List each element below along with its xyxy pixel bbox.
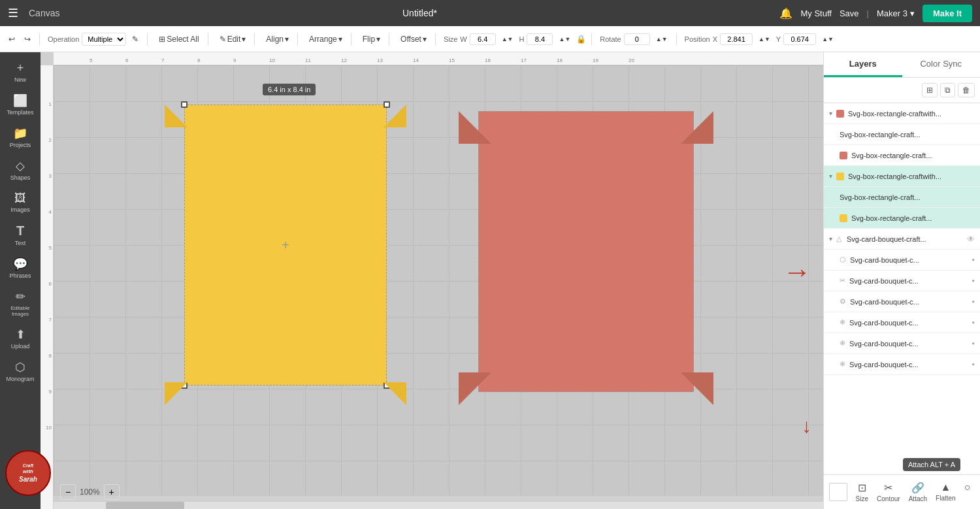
phrases-icon: 💬: [13, 257, 27, 271]
header: ☰ Canvas Untitled* 🔔 My Stuff Save | Mak…: [0, 0, 980, 26]
crosshair-icon: +: [282, 238, 289, 253]
size-button[interactable]: ⊡ Size: [852, 479, 872, 505]
layer-item[interactable]: ❄ Svg-card-bouquet-c... ●: [824, 354, 980, 375]
layer-item[interactable]: ✂ Svg-card-bouquet-c... ●: [824, 271, 980, 291]
monogram-icon: ⬡: [15, 360, 25, 374]
operation-icon-button[interactable]: ✎: [129, 33, 142, 46]
attach-button[interactable]: 🔗 Attach: [905, 479, 931, 505]
y-stepper[interactable]: ▲▼: [819, 34, 837, 44]
width-input[interactable]: [470, 33, 496, 45]
editable-images-icon: ✏: [16, 289, 25, 304]
lock-aspect-icon[interactable]: 🔒: [576, 35, 586, 44]
make-it-button[interactable]: Make It: [923, 5, 972, 22]
right-panel-tabs: Layers Color Sync: [824, 52, 980, 78]
width-stepper[interactable]: ▲▼: [498, 34, 517, 44]
save-link[interactable]: Save: [840, 8, 859, 18]
undo-button[interactable]: ↩: [5, 33, 18, 46]
arrange-group: Arrange ▾: [306, 33, 351, 46]
layer-chevron-icon[interactable]: ▾: [829, 172, 832, 180]
delete-button[interactable]: 🗑: [958, 83, 975, 97]
layer-item[interactable]: ❄ Svg-card-bouquet-c... ●: [824, 333, 980, 354]
horizontal-scrollbar[interactable]: [54, 501, 823, 509]
yellow-box-element[interactable]: +: [165, 91, 406, 405]
layers-list: ▾ Svg-box-rectangle-craftwith... Svg-box…: [824, 103, 980, 474]
sidebar-item-new[interactable]: + New: [2, 57, 39, 87]
sidebar-item-images[interactable]: 🖼 Images: [2, 188, 39, 217]
sidebar-item-text[interactable]: T Text: [2, 220, 39, 250]
sidebar-label-shapes: Shapes: [10, 174, 31, 181]
layer-name: Svg-card-bouquet-c...: [849, 319, 968, 327]
layer-color-swatch: [840, 214, 847, 222]
zoom-out-button[interactable]: −: [60, 484, 76, 500]
align-group: Align ▾: [263, 33, 298, 46]
zoom-in-button[interactable]: +: [104, 484, 120, 500]
size-label: Size: [444, 35, 457, 43]
sidebar-label-monogram: Monogram: [6, 376, 34, 382]
layer-chevron-icon[interactable]: ▾: [829, 110, 832, 117]
layer-snowflake-icon: ❄: [840, 318, 845, 327]
x-label: X: [713, 35, 717, 43]
tab-layers[interactable]: Layers: [824, 52, 902, 77]
layer-eye-icon[interactable]: 👁: [967, 235, 975, 244]
select-all-button[interactable]: ⊞ Select All: [155, 33, 202, 46]
machine-selector[interactable]: Maker 3 ▾: [877, 8, 915, 18]
my-stuff-link[interactable]: My Stuff: [800, 8, 831, 18]
layer-item[interactable]: Svg-box-rectangle-craft...: [824, 124, 980, 145]
notification-bell-icon[interactable]: 🔔: [779, 7, 792, 20]
rotate-input[interactable]: [624, 33, 650, 45]
layer-item[interactable]: ▾ Svg-box-rectangle-craftwith...: [824, 103, 980, 124]
color-swatch[interactable]: [829, 483, 847, 501]
flip-button[interactable]: Flip ▾: [359, 33, 384, 46]
layer-item[interactable]: ❄ Svg-card-bouquet-c... ●: [824, 312, 980, 333]
canvas-arrow-right: →: [783, 255, 811, 288]
operation-select[interactable]: Multiple: [82, 33, 126, 46]
layer-gear-icon: ⚙: [840, 297, 846, 306]
scrollbar-thumb[interactable]: [106, 502, 184, 509]
sidebar-item-upload[interactable]: ⬆ Upload: [2, 323, 39, 353]
layer-item[interactable]: ▾ △ Svg-card-bouquet-craft... 👁: [824, 229, 980, 250]
weld-button[interactable]: ○: [960, 479, 975, 505]
layer-item[interactable]: Svg-box-rectangle-craft...: [824, 145, 980, 166]
sidebar-item-phrases[interactable]: 💬 Phrases: [2, 253, 39, 283]
layer-item[interactable]: ⬡ Svg-card-bouquet-c... ●: [824, 250, 980, 271]
canvas-workspace[interactable]: 6.4 in x 8.4 in +: [54, 65, 823, 496]
sidebar-item-monogram[interactable]: ⬡ Monogram: [2, 356, 39, 386]
canvas-area[interactable]: 5 6 7 8 9 10 11 12 13 14 15 16 17 18 19 …: [41, 52, 823, 509]
rotate-group: Rotate ▲▼: [600, 33, 676, 45]
pink-box-main: [478, 111, 694, 392]
rotate-stepper[interactable]: ▲▼: [653, 34, 671, 44]
arrange-button[interactable]: Arrange ▾: [306, 33, 346, 46]
align-button[interactable]: Align ▾: [263, 33, 292, 46]
sidebar-item-projects[interactable]: 📁 Projects: [2, 122, 39, 152]
group-button[interactable]: ⊞: [922, 83, 938, 97]
tab-color-sync[interactable]: Color Sync: [902, 52, 981, 77]
layer-chevron-icon[interactable]: ▾: [829, 235, 832, 242]
templates-icon: ⬜: [13, 93, 27, 108]
sidebar-item-shapes[interactable]: ◇ Shapes: [2, 155, 39, 185]
offset-button[interactable]: Offset ▾: [397, 33, 430, 46]
yellow-tri-bl: [165, 382, 188, 405]
contour-button[interactable]: ✂ Contour: [873, 479, 904, 505]
layer-item[interactable]: Svg-box-rectangle-craft...: [824, 208, 980, 229]
x-stepper[interactable]: ▲▼: [755, 34, 774, 44]
layer-item-selected[interactable]: ▾ Svg-box-rectangle-craftwith...: [824, 166, 980, 187]
layer-name: Svg-box-rectangle-craftwith...: [848, 172, 975, 180]
x-input[interactable]: [720, 33, 753, 45]
layer-visibility-icon: △: [836, 235, 841, 243]
duplicate-button[interactable]: ⧉: [940, 83, 955, 97]
menu-icon[interactable]: ☰: [8, 6, 18, 20]
height-input[interactable]: [527, 33, 553, 45]
bottom-action-buttons: ⊡ Size ✂ Contour 🔗 Attach ▲ Flatten: [851, 479, 975, 505]
document-title: Untitled*: [70, 8, 769, 18]
flatten-button[interactable]: ▲ Flatten: [932, 479, 960, 505]
height-stepper[interactable]: ▲▼: [555, 34, 574, 44]
redo-button[interactable]: ↪: [21, 33, 34, 46]
layer-item[interactable]: ⚙ Svg-card-bouquet-c... ●: [824, 291, 980, 312]
sidebar-item-editable-images[interactable]: ✏ Editable Images: [2, 286, 39, 321]
layer-item[interactable]: Svg-box-rectangle-craft...: [824, 187, 980, 208]
sidebar-item-templates[interactable]: ⬜ Templates: [2, 90, 39, 120]
layer-dot-icon: ●: [972, 299, 975, 304]
edit-button[interactable]: ✎ Edit ▾: [216, 33, 250, 46]
pink-box-element[interactable]: [459, 91, 713, 405]
y-input[interactable]: [783, 33, 816, 45]
